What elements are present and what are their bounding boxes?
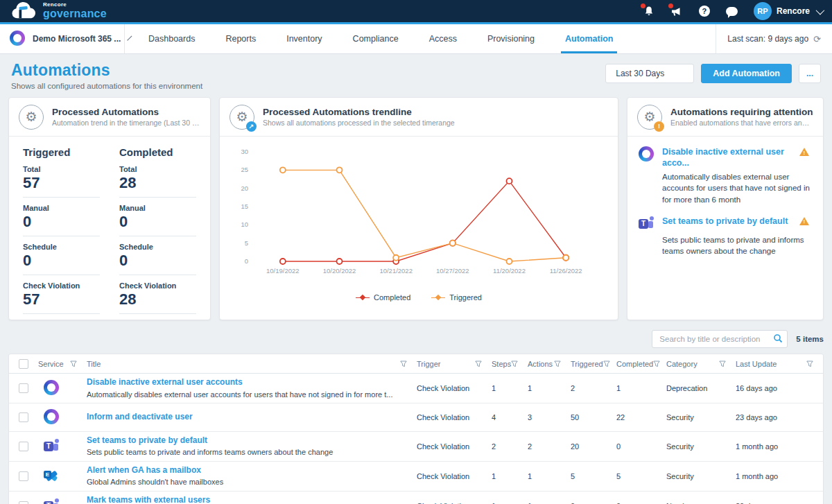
rencore-logo[interactable]: Rencore governance — [10, 1, 107, 21]
table-header-row: Service Title Trigger Steps Actions Trig… — [9, 354, 823, 374]
row-title-link[interactable]: Mark teams with external users — [87, 495, 407, 504]
add-automation-button[interactable]: Add Automation — [701, 64, 792, 83]
cell-triggered: 20 — [571, 442, 616, 451]
legend-item[interactable]: Triggered — [431, 293, 482, 302]
gear-warning-icon: ⚙ ! — [637, 105, 662, 130]
attention-item-title[interactable]: Disable inactive external user acco... — [662, 146, 794, 169]
page-header: Automations Shows all configured automat… — [0, 54, 832, 94]
gear-trend-icon: ⚙ ↗ — [229, 105, 254, 130]
row-title-link[interactable]: Alert when GA has a mailbox — [87, 465, 407, 476]
row-title-link[interactable]: Inform and deactivate user — [87, 412, 407, 423]
column-header[interactable]: Last Update — [736, 360, 823, 368]
stat-label: Schedule — [119, 243, 196, 251]
column-header[interactable]: Service — [38, 360, 87, 368]
filter-funnel-icon[interactable] — [400, 360, 407, 367]
account-menu[interactable]: RP Rencore — [754, 2, 822, 20]
cell-trigger: Check Violation — [417, 472, 492, 480]
select-all-checkbox[interactable] — [19, 359, 28, 369]
cell-actions: 2 — [528, 442, 571, 451]
stat-label: Check Violation — [119, 281, 196, 290]
row-title-link[interactable]: Set teams to private by default — [87, 435, 407, 446]
filter-funnel-icon[interactable] — [475, 360, 482, 367]
column-header[interactable]: Trigger — [417, 360, 492, 368]
row-title-link[interactable]: Disable inactive external user accounts — [87, 377, 407, 388]
column-header[interactable]: Steps — [492, 360, 528, 368]
filter-funnel-icon[interactable] — [719, 360, 726, 367]
filter-funnel-icon[interactable] — [70, 360, 77, 367]
cell-last-update: 16 days ago — [736, 384, 823, 392]
cell-completed: 22 — [616, 413, 666, 422]
nav-tab[interactable]: Inventory — [286, 24, 322, 53]
help-icon[interactable]: ? — [698, 5, 711, 17]
attention-item[interactable]: Disable inactive external user acco... A… — [639, 146, 812, 206]
stat-value: 0 — [23, 212, 100, 236]
cell-steps: 4 — [492, 413, 528, 422]
nav-tab[interactable]: Automation — [565, 24, 613, 53]
filter-funnel-icon[interactable] — [554, 360, 561, 367]
legend-item[interactable]: Completed — [356, 293, 410, 302]
cell-category: Naming — [666, 502, 736, 504]
table-toolbar: 5 items — [8, 330, 824, 348]
filter-funnel-icon[interactable] — [653, 360, 660, 367]
filter-funnel-icon[interactable] — [806, 360, 813, 367]
svg-text:30: 30 — [241, 148, 248, 155]
attention-item-description: Automatically disables external user acc… — [662, 171, 812, 206]
table-row[interactable]: T Mark teams with external users Add Ext… — [9, 492, 823, 504]
row-description: Sets public teams to private and informs… — [87, 447, 407, 457]
row-checkbox[interactable] — [19, 383, 28, 393]
nav-tab[interactable]: Compliance — [353, 24, 399, 53]
timerange-select[interactable]: Last 30 Days — [605, 64, 694, 83]
row-checkbox[interactable] — [19, 412, 28, 422]
search-icon[interactable] — [773, 333, 783, 346]
nav-tab[interactable]: Access — [429, 24, 457, 53]
column-header[interactable]: Completed — [616, 360, 666, 368]
nav-tab[interactable]: Provisioning — [487, 24, 535, 53]
stat-item: Total 28 — [119, 165, 196, 198]
cell-last-update: 20 days ago — [736, 502, 823, 504]
automations-table: Service Title Trigger Steps Actions Trig… — [8, 354, 824, 504]
cell-trigger: Check Violation — [417, 502, 492, 504]
filter-funnel-icon[interactable] — [603, 360, 610, 367]
row-checkbox[interactable] — [19, 442, 28, 451]
avatar[interactable]: RP — [754, 2, 772, 20]
warning-triangle-icon — [799, 148, 809, 156]
filter-funnel-icon[interactable] — [511, 360, 518, 367]
table-row[interactable]: Inform and deactivate user Check Violati… — [9, 403, 823, 432]
teams-icon: T — [44, 438, 59, 453]
table-row[interactable]: T Set teams to private by default Sets p… — [9, 432, 823, 462]
row-checkbox[interactable] — [19, 471, 28, 481]
topbar: Rencore governance ? RP Rencore — [0, 0, 832, 24]
last-scan[interactable]: Last scan: 9 days ago ⟳ — [716, 24, 832, 53]
search-input[interactable] — [652, 330, 788, 348]
attention-item-title[interactable]: Set teams to private by default — [662, 216, 794, 232]
gear-icon: ⚙ — [19, 105, 44, 130]
column-header[interactable]: Triggered — [571, 360, 616, 368]
notifications-bell-icon[interactable] — [643, 5, 655, 17]
table-row[interactable]: E Alert when GA has a mailbox Global Adm… — [9, 462, 823, 492]
stat-item: Manual 0 — [23, 204, 100, 236]
cell-trigger: Check Violation — [417, 442, 492, 451]
announcements-megaphone-icon[interactable] — [670, 5, 683, 17]
environment-name: Demo Microsoft 365 ... — [33, 34, 121, 44]
more-options-button[interactable]: ... — [799, 64, 821, 83]
table-row[interactable]: Disable inactive external user accounts … — [9, 374, 823, 403]
feedback-chat-icon[interactable] — [726, 5, 738, 17]
cell-triggered: 50 — [571, 413, 616, 422]
chevron-down-icon — [128, 35, 132, 40]
stat-label: Check Violation — [23, 281, 100, 290]
environment-selector[interactable]: Demo Microsoft 365 ... — [0, 24, 125, 53]
teams-icon: T — [639, 216, 654, 231]
stat-value: 0 — [119, 212, 196, 236]
column-header[interactable]: Actions — [528, 360, 571, 368]
items-count: 5 items — [796, 335, 824, 343]
nav-tab[interactable]: Dashboards — [148, 24, 195, 53]
svg-text:11/26/2022: 11/26/2022 — [550, 267, 582, 275]
column-header[interactable]: Category — [666, 360, 736, 368]
stat-value: 57 — [23, 173, 100, 198]
column-header[interactable]: Title — [87, 360, 417, 368]
svg-text:10/20/2022: 10/20/2022 — [323, 267, 356, 275]
attention-item[interactable]: T Set teams to private by default Sets p… — [639, 216, 812, 257]
nav-tab[interactable]: Reports — [225, 24, 256, 53]
row-checkbox[interactable] — [19, 501, 28, 504]
svg-text:10: 10 — [241, 220, 248, 228]
